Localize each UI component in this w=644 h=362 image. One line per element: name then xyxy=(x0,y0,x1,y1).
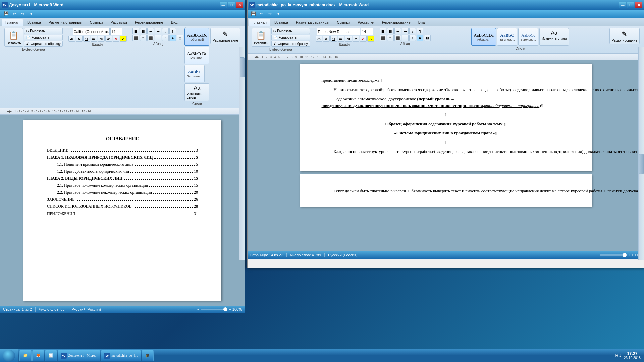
line-spacing-1[interactable]: ↕ xyxy=(162,35,169,41)
taskbar-word2[interactable]: W metodichka_po_k... xyxy=(101,350,141,361)
numlist-btn-1[interactable]: ☷ xyxy=(140,28,147,34)
numlist-btn-2[interactable]: ☷ xyxy=(387,28,394,34)
tab-view-2[interactable]: Вид xyxy=(415,19,429,26)
tab-home-2[interactable]: Главная xyxy=(249,19,270,26)
align-justify-2[interactable]: ☰ xyxy=(402,35,409,41)
border-btn-2[interactable]: ⊡ xyxy=(424,35,431,41)
list-btn-2[interactable]: ☰ xyxy=(380,28,386,34)
strikethrough-btn-1[interactable]: зач xyxy=(91,36,97,42)
font-name-input-1[interactable] xyxy=(73,28,110,35)
editing-btn-1[interactable]: ✎ Редактирование xyxy=(210,28,240,44)
border-btn-1[interactable]: ⊡ xyxy=(177,35,183,41)
font-color-btn-1[interactable]: A xyxy=(113,36,119,42)
change-styles-btn-1[interactable]: Aa Изменить стили xyxy=(184,83,209,101)
subscript-btn-1[interactable]: x₂ xyxy=(98,36,105,42)
highlight-btn-2[interactable]: A xyxy=(367,36,374,42)
style-no-spacing-1[interactable]: AaBbCcDc Без инте... xyxy=(184,47,209,64)
tab-mail-2[interactable]: Рассылки xyxy=(354,19,378,26)
taskbar-firefox[interactable]: 🦊 xyxy=(32,350,44,361)
list-btn-1[interactable]: ☰ xyxy=(132,28,139,34)
tab-insert-1[interactable]: Вставка xyxy=(23,19,45,26)
maximize-btn-2[interactable]: □ xyxy=(627,2,634,8)
tab-layout-1[interactable]: Разметка страницы xyxy=(45,19,86,26)
indent-less-2[interactable]: ⇤ xyxy=(394,28,401,34)
style-heading1-2[interactable]: AaBbC Заголово... xyxy=(497,28,517,46)
font-size-input-1[interactable] xyxy=(110,28,122,35)
shading-btn-1[interactable]: A xyxy=(169,35,176,41)
shading-btn-2[interactable]: A xyxy=(417,35,423,41)
font-name-input-2[interactable]: Times New Roman xyxy=(317,28,360,35)
copy-btn-1[interactable]: 📄 Копировать xyxy=(24,35,62,40)
align-left-1[interactable]: ⬛ xyxy=(132,35,139,41)
start-button[interactable] xyxy=(0,349,18,362)
style-heading2-2[interactable]: AaBbCc Заголово... xyxy=(518,28,538,46)
close-btn-2[interactable]: ✕ xyxy=(635,2,642,8)
tab-insert-2[interactable]: Вставка xyxy=(271,19,292,26)
taskbar-excel[interactable]: 📊 xyxy=(45,350,57,361)
marks-btn-2[interactable]: ¶ xyxy=(417,28,423,34)
tab-home-1[interactable]: Главная xyxy=(2,19,23,26)
font-color-btn-2[interactable]: A xyxy=(360,36,367,42)
tab-layout-2[interactable]: Разметка страницы xyxy=(292,19,333,26)
tab-review-1[interactable]: Рецензирование xyxy=(131,19,167,26)
zoom-track-1[interactable] xyxy=(201,309,227,310)
align-justify-1[interactable]: ☰ xyxy=(155,35,161,41)
copy-btn-2[interactable]: 📄 Копировать xyxy=(271,35,310,40)
cut-btn-2[interactable]: ✂ Вырезать xyxy=(271,28,310,34)
tab-view-1[interactable]: Вид xyxy=(167,19,181,26)
align-right-2[interactable]: ⬛ xyxy=(394,35,401,41)
paste-btn-1[interactable]: 📋 Вставить xyxy=(4,28,23,47)
zoom-track-2[interactable] xyxy=(600,254,627,256)
redo-qat-1[interactable]: ↪ xyxy=(19,10,26,17)
underline-btn-2[interactable]: Ч xyxy=(330,36,337,42)
close-btn-1[interactable]: ✕ xyxy=(236,2,243,8)
align-right-1[interactable]: ⬛ xyxy=(147,35,154,41)
align-center-1[interactable]: ≡ xyxy=(140,35,147,41)
align-center-2[interactable]: ≡ xyxy=(387,35,394,41)
taskbar-edu[interactable]: 🎓 xyxy=(142,350,154,361)
strikethrough-btn-2[interactable]: зач xyxy=(338,36,344,42)
save-qat-1[interactable]: 💾 xyxy=(2,10,10,17)
editing-btn-2[interactable]: ✎ Редактирование xyxy=(609,28,640,44)
subscript-btn-2[interactable]: x₂ xyxy=(345,36,352,42)
undo-qat-1[interactable]: ↩ xyxy=(11,10,18,17)
maximize-btn-1[interactable]: □ xyxy=(228,2,235,8)
tab-review-2[interactable]: Рецензирование xyxy=(378,19,414,26)
italic-btn-2[interactable]: К xyxy=(323,36,330,42)
line-spacing-2[interactable]: ↕ xyxy=(409,35,416,41)
tab-refs-2[interactable]: Ссылки xyxy=(333,19,354,26)
undo-qat-2[interactable]: ↩ xyxy=(258,10,265,17)
tab-refs-1[interactable]: Ссылки xyxy=(86,19,107,26)
underline-btn-1[interactable]: Ч xyxy=(83,36,90,42)
sort-btn-1[interactable]: ↕ xyxy=(162,28,169,34)
customize-qat-2[interactable]: ▼ xyxy=(275,10,282,17)
highlight-btn-1[interactable]: A xyxy=(120,36,127,42)
minimize-btn-2[interactable]: — xyxy=(619,2,626,8)
minimize-btn-1[interactable]: — xyxy=(220,2,227,8)
style-normal-1[interactable]: AaBbCcDc Обычный xyxy=(184,28,209,46)
customize-qat-1[interactable]: ▼ xyxy=(28,10,35,17)
redo-qat-2[interactable]: ↪ xyxy=(266,10,274,17)
italic-btn-1[interactable]: К xyxy=(76,36,83,42)
align-left-2[interactable]: ⬛ xyxy=(380,35,386,41)
style-heading1-1[interactable]: AaBbC Заголово... xyxy=(184,65,205,82)
bold-btn-1[interactable]: Ж xyxy=(68,36,75,42)
scrollbar-v-2[interactable] xyxy=(638,47,644,260)
indent-less-1[interactable]: ⇤ xyxy=(147,28,154,34)
format-painter-2[interactable]: 🖌 Формат по образцу xyxy=(271,41,310,47)
change-styles-btn-2[interactable]: Aa Изменить стили xyxy=(539,28,569,46)
bold-btn-2[interactable]: Ж xyxy=(316,36,322,42)
marks-btn-1[interactable]: ¶ xyxy=(169,28,176,34)
font-size-input-2[interactable]: 14 xyxy=(361,28,373,35)
taskbar-explorer[interactable]: 📁 xyxy=(19,350,32,361)
paste-btn-2[interactable]: 📋 Вставить xyxy=(252,28,270,47)
superscript-btn-2[interactable]: x² xyxy=(353,36,359,42)
cut-btn-1[interactable]: ✂ Вырезать xyxy=(24,28,62,34)
superscript-btn-1[interactable]: x² xyxy=(105,36,112,42)
taskbar-word1[interactable]: W Документ1 - Micro... xyxy=(58,350,100,361)
tab-mail-1[interactable]: Рассылки xyxy=(107,19,130,26)
save-qat-2[interactable]: 💾 xyxy=(250,10,257,17)
sort-btn-2[interactable]: ↕ xyxy=(409,28,416,34)
style-normal-2[interactable]: AaBbCcDc Абзац с... xyxy=(471,28,496,46)
indent-more-1[interactable]: ⇥ xyxy=(155,28,161,34)
